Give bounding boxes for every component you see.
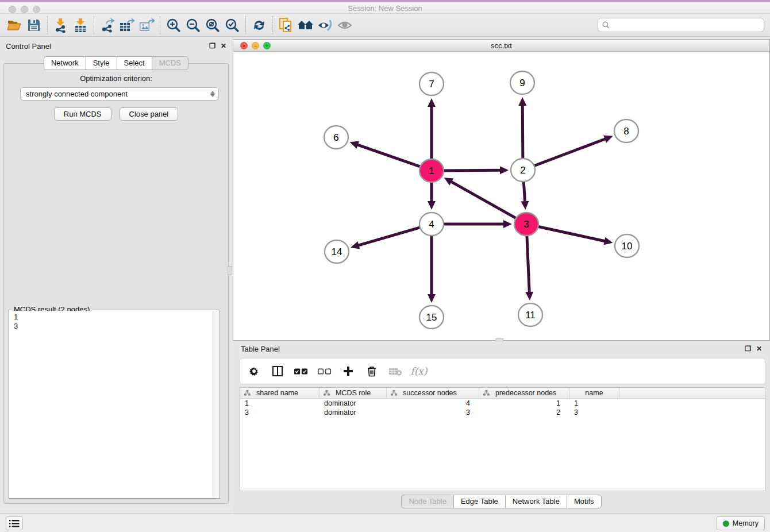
sort-icon	[324, 390, 330, 396]
zoom-out-icon[interactable]	[183, 16, 203, 35]
clone-network-icon[interactable]	[276, 16, 296, 35]
cell-shared-name[interactable]: 3	[240, 408, 319, 417]
result-scrollbar[interactable]	[213, 311, 219, 498]
cell-successor-nodes[interactable]: 4	[387, 399, 479, 408]
cell-MCDS-role[interactable]: dominator	[319, 399, 387, 408]
node-label-4: 4	[429, 219, 434, 230]
run-mcds-button[interactable]: Run MCDS	[54, 107, 111, 121]
table-row[interactable]: 3dominator323	[240, 408, 765, 417]
function-builder-icon[interactable]: f(x)	[412, 364, 426, 378]
cell-MCDS-role[interactable]: dominator	[319, 408, 387, 417]
sort-icon	[244, 390, 251, 396]
node-table[interactable]: shared nameMCDS rolesuccessor nodesprede…	[240, 387, 765, 491]
cell-successor-nodes[interactable]: 3	[387, 408, 479, 417]
tab-select[interactable]: Select	[117, 56, 152, 70]
column-header-MCDS-role[interactable]: MCDS role	[319, 388, 387, 398]
network-canvas[interactable]: 7968124314101511	[233, 52, 769, 340]
edge-2-3[interactable]	[523, 181, 525, 202]
memory-status-icon	[723, 521, 729, 527]
add-column-icon[interactable]	[341, 364, 355, 378]
memory-button[interactable]: Memory	[717, 516, 765, 530]
refresh-layout-icon[interactable]	[249, 16, 269, 35]
column-selector-icon[interactable]	[271, 364, 284, 378]
tab-edge-table[interactable]: Edge Table	[453, 495, 505, 508]
optimization-criterion-label: Optimization criterion:	[4, 74, 228, 83]
close-table-panel-icon[interactable]: ✕	[756, 345, 762, 353]
node-label-2: 2	[520, 165, 525, 176]
column-header-name[interactable]: name	[569, 388, 619, 398]
control-panel-title: Control Panel	[6, 42, 51, 51]
edge-4-14[interactable]	[358, 227, 421, 245]
hide-selected-icon[interactable]	[315, 16, 335, 35]
column-header-predecessor-nodes[interactable]: predecessor nodes	[479, 388, 569, 398]
search-input[interactable]	[613, 21, 764, 29]
network-window-titlebar: × − + scc.txt	[233, 40, 769, 52]
mcds-result-list[interactable]: 1 3	[10, 311, 213, 498]
task-history-button[interactable]	[6, 516, 23, 530]
optimization-criterion-value: strongly connected component	[26, 90, 128, 98]
node-label-15: 15	[426, 312, 437, 323]
control-panel: Control Panel ❐ ✕ NetworkStyleSelectMCDS…	[0, 39, 232, 506]
edge-1-6[interactable]	[357, 145, 421, 167]
toolbar-separator	[47, 16, 48, 34]
import-table-icon[interactable]	[71, 16, 90, 35]
cell-predecessor-nodes[interactable]: 2	[479, 408, 569, 417]
close-panel-icon[interactable]: ✕	[221, 42, 226, 50]
edge-3-1[interactable]	[451, 182, 517, 219]
show-all-icon[interactable]	[335, 16, 355, 35]
delete-column-icon[interactable]	[365, 364, 379, 378]
toolbar-separator	[160, 16, 160, 34]
vertical-splitter-handle[interactable]	[228, 266, 232, 275]
zoom-selected-icon[interactable]	[222, 16, 242, 35]
tab-node-table[interactable]: Node Table	[401, 495, 453, 508]
column-header-successor-nodes[interactable]: successor nodes	[387, 388, 479, 398]
deselect-all-icon[interactable]	[318, 364, 332, 378]
tab-mcds[interactable]: MCDS	[152, 56, 188, 70]
cell-name[interactable]: 1	[569, 399, 619, 408]
table-toolbar: f(x)	[240, 358, 765, 384]
export-image-icon[interactable]	[137, 16, 156, 35]
toolbar-separator	[272, 16, 273, 34]
edge-3-10[interactable]	[537, 226, 605, 241]
node-label-9: 9	[519, 78, 525, 88]
network-graph[interactable]: 7968124314101511	[233, 52, 769, 340]
export-network-icon[interactable]	[98, 16, 117, 35]
select-all-icon[interactable]	[294, 364, 308, 378]
node-label-6: 6	[333, 132, 338, 143]
tab-style[interactable]: Style	[86, 56, 117, 70]
tab-network-table[interactable]: Network Table	[505, 495, 567, 508]
open-session-icon[interactable]	[5, 16, 24, 35]
window-title: Session: New Session	[0, 4, 770, 13]
edge-3-11[interactable]	[527, 235, 529, 292]
tab-motifs[interactable]: Motifs	[567, 495, 602, 508]
import-network-icon[interactable]	[51, 16, 71, 35]
tab-network[interactable]: Network	[44, 56, 86, 70]
optimization-criterion-select[interactable]: strongly connected component	[20, 87, 219, 101]
save-session-icon[interactable]	[24, 16, 44, 35]
close-panel-button[interactable]: Close panel	[120, 107, 179, 121]
mcds-result-box: MCDS result (2 nodes) 1 3	[9, 310, 220, 499]
edge-1-2[interactable]	[442, 170, 500, 171]
table-options-icon[interactable]	[247, 364, 261, 378]
edge-2-9[interactable]	[522, 105, 523, 159]
edge-2-8[interactable]	[533, 139, 606, 167]
zoom-fit-icon[interactable]	[203, 16, 222, 35]
float-table-panel-icon[interactable]: ❐	[745, 345, 751, 353]
network-view-window: × − + scc.txt 7968124314101511	[233, 39, 770, 341]
neighbors-icon[interactable]	[296, 16, 315, 35]
cell-predecessor-nodes[interactable]: 1	[479, 399, 569, 408]
float-panel-icon[interactable]: ❐	[209, 42, 215, 50]
delete-table-icon[interactable]	[388, 364, 402, 378]
memory-label: Memory	[733, 519, 759, 527]
main-toolbar	[0, 14, 770, 37]
table-header-row: shared nameMCDS rolesuccessor nodesprede…	[240, 388, 765, 399]
export-table-icon[interactable]	[117, 16, 137, 35]
search-box[interactable]	[598, 18, 764, 32]
sort-icon	[391, 390, 397, 396]
zoom-in-icon[interactable]	[164, 16, 183, 35]
cell-name[interactable]: 3	[569, 408, 619, 417]
table-row[interactable]: 1dominator411	[240, 399, 765, 408]
cell-shared-name[interactable]: 1	[240, 399, 319, 408]
sort-icon	[483, 390, 490, 396]
column-header-shared-name[interactable]: shared name	[240, 388, 319, 398]
